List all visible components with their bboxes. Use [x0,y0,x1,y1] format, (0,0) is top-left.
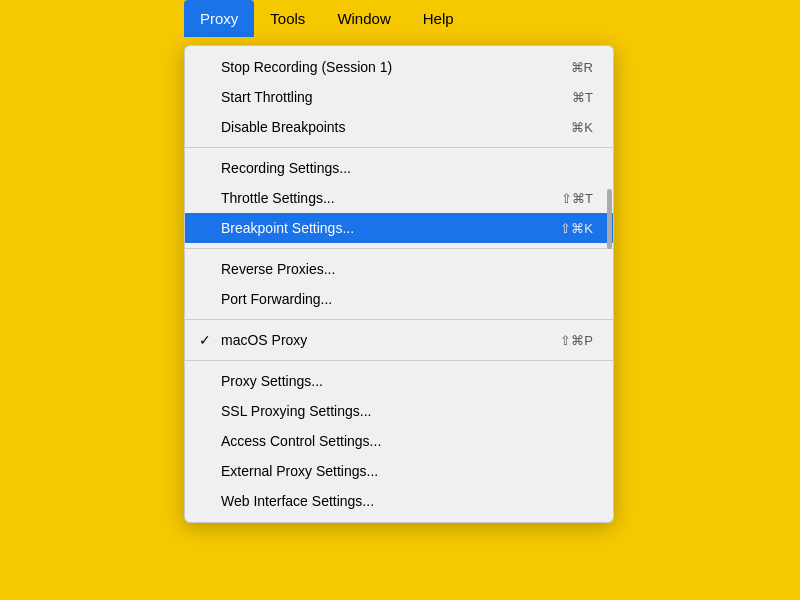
menu-item-label: Throttle Settings... [221,190,335,206]
menubar-item-help[interactable]: Help [407,0,470,37]
menu-item-web-interface-settings[interactable]: Web Interface Settings... [185,486,613,516]
menu-item-label: Proxy Settings... [221,373,323,389]
separator-4 [185,360,613,361]
separator-1 [185,147,613,148]
menu-item-shortcut: ⇧⌘K [560,221,593,236]
menu-item-access-control-settings[interactable]: Access Control Settings... [185,426,613,456]
menu-item-shortcut: ⇧⌘T [561,191,593,206]
menubar: Proxy Tools Window Help [184,0,470,37]
menu-item-external-proxy-settings[interactable]: External Proxy Settings... [185,456,613,486]
menubar-item-proxy[interactable]: Proxy [184,0,254,37]
menu-item-label: SSL Proxying Settings... [221,403,371,419]
menu-item-label: Breakpoint Settings... [221,220,354,236]
menu-item-reverse-proxies[interactable]: Reverse Proxies... [185,254,613,284]
menu-item-breakpoint-settings[interactable]: Breakpoint Settings... ⇧⌘K [185,213,613,243]
separator-2 [185,248,613,249]
menu-item-throttle-settings[interactable]: Throttle Settings... ⇧⌘T [185,183,613,213]
menu-item-label: Port Forwarding... [221,291,332,307]
menu-item-label: Access Control Settings... [221,433,381,449]
scrollbar[interactable] [605,46,613,522]
menu-item-shortcut: ⇧⌘P [560,333,593,348]
checkmark-icon: ✓ [199,332,211,348]
menu-item-stop-recording[interactable]: Stop Recording (Session 1) ⌘R [185,52,613,82]
menu-item-label: Recording Settings... [221,160,351,176]
menu-item-shortcut: ⌘T [572,90,593,105]
menu-item-label: macOS Proxy [221,332,307,348]
menu-item-proxy-settings[interactable]: Proxy Settings... [185,366,613,396]
menu-item-start-throttling[interactable]: Start Throttling ⌘T [185,82,613,112]
menu-item-disable-breakpoints[interactable]: Disable Breakpoints ⌘K [185,112,613,142]
menu-item-recording-settings[interactable]: Recording Settings... [185,153,613,183]
menu-item-label: Stop Recording (Session 1) [221,59,392,75]
menu-item-macos-proxy[interactable]: ✓ macOS Proxy ⇧⌘P [185,325,613,355]
menu-item-port-forwarding[interactable]: Port Forwarding... [185,284,613,314]
menubar-item-tools[interactable]: Tools [254,0,321,37]
menu-item-label: Web Interface Settings... [221,493,374,509]
menu-item-label: Start Throttling [221,89,313,105]
scrollbar-thumb[interactable] [607,189,612,249]
separator-3 [185,319,613,320]
menu-item-shortcut: ⌘K [571,120,593,135]
menu-item-shortcut: ⌘R [571,60,593,75]
menu-item-label: Disable Breakpoints [221,119,346,135]
menu-item-label: Reverse Proxies... [221,261,335,277]
menu-item-ssl-proxying-settings[interactable]: SSL Proxying Settings... [185,396,613,426]
proxy-dropdown-menu: Stop Recording (Session 1) ⌘R Start Thro… [184,45,614,523]
menu-item-label: External Proxy Settings... [221,463,378,479]
menubar-item-window[interactable]: Window [321,0,406,37]
